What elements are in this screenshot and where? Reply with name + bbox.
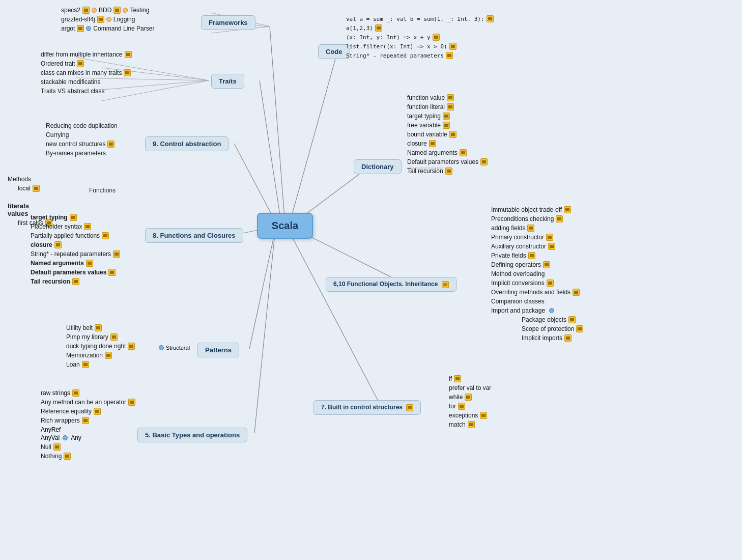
basic-item-3[interactable]: Reference equality — [41, 408, 135, 415]
note-icon — [102, 232, 109, 239]
dict-item-5[interactable]: bound variable — [407, 131, 488, 138]
ctrl-item-4[interactable]: By-names parameters — [46, 150, 118, 157]
dict-item-3[interactable]: target typing — [407, 113, 488, 120]
center-node: Scala — [257, 213, 313, 239]
ctrl7-item-for[interactable]: for — [449, 403, 491, 410]
func-item-4[interactable]: Primary constructor — [491, 234, 583, 241]
section-functions[interactable]: 8. Functions and Closures — [145, 228, 243, 243]
fn-string-rep[interactable]: String* - repeated parameters — [31, 250, 120, 258]
note-icon — [445, 167, 452, 175]
note-icon — [107, 141, 115, 148]
func-item-11[interactable]: Companion classes — [491, 298, 583, 305]
fn-closure[interactable]: closure — [31, 241, 120, 248]
ctrl7-item-match[interactable]: match — [449, 421, 491, 428]
dict-item-8[interactable]: Default parameters values — [407, 158, 488, 165]
func-item-5[interactable]: Auxiliary constructor — [491, 243, 583, 250]
note-icon — [449, 43, 456, 50]
note-icon-2 — [113, 7, 121, 14]
basic-any: Any — [71, 434, 81, 441]
func-item-3[interactable]: adding fields — [491, 225, 583, 232]
dict-item-2[interactable]: function literal — [407, 103, 488, 110]
func-item-7[interactable]: Defining operators — [491, 261, 583, 268]
note-icon — [82, 7, 90, 14]
ctrl-item-1[interactable]: Reducing code duplication — [46, 122, 118, 129]
fw-item-argot[interactable]: argot Command Line Parser — [61, 25, 154, 32]
func-pkg-objects[interactable]: Package objects — [522, 316, 583, 323]
fn-default-params[interactable]: Default parameters values — [31, 269, 120, 276]
basic-item-2[interactable]: Any method can be an operator — [41, 399, 135, 406]
code-item-2[interactable]: a(1,2,3) — [346, 24, 494, 32]
section-traits[interactable]: Traits — [211, 74, 244, 89]
ctrl7-item-if[interactable]: if — [449, 375, 491, 382]
fn-methods[interactable]: Methods — [8, 176, 52, 183]
pat-item-1[interactable]: Utility belt — [66, 324, 135, 331]
func-item-9[interactable]: Implicit conversions — [491, 279, 583, 287]
func-item-10[interactable]: Overrifing methods and fields — [491, 289, 583, 296]
note-icon-4 — [77, 25, 84, 32]
section-patterns[interactable]: Patterns — [197, 343, 239, 357]
code-item-3[interactable]: (x: Int, y: Int) => x + y — [346, 34, 494, 41]
note-icon — [443, 122, 450, 129]
ctrl7-item-exceptions[interactable]: exceptions — [449, 412, 491, 419]
ctrl7-item-while[interactable]: while — [449, 394, 491, 401]
svg-line-6 — [290, 53, 337, 221]
trait-item-3[interactable]: class can mixes in many traits — [41, 69, 132, 76]
func-implicit-imports[interactable]: Implicit imports — [522, 334, 583, 342]
code-item-4[interactable]: list.filter((x: Int) => x > 0) — [346, 43, 494, 50]
func-item-8[interactable]: Method overloading — [491, 270, 583, 277]
code-item-5[interactable]: String* - repeated parameters — [346, 52, 494, 59]
func-item-6[interactable]: Private fields — [491, 252, 583, 259]
note-icon — [548, 243, 555, 250]
func-item-1[interactable]: Immutable object trade-off — [491, 206, 583, 213]
dict-item-4[interactable]: free variable — [407, 122, 488, 129]
fn-local[interactable]: local — [18, 185, 52, 192]
svg-line-4 — [249, 232, 275, 349]
circle-bdd — [92, 8, 97, 13]
fn-placeholder[interactable]: Placeholder syntax — [31, 223, 120, 230]
func-item-import[interactable]: Import and package — [491, 307, 583, 314]
pat-item-5[interactable]: Loan — [66, 361, 135, 368]
note-icon — [72, 278, 79, 285]
func-scope[interactable]: Scope of protection — [522, 325, 583, 332]
section-basic[interactable]: 5. Basic Types and operations — [137, 428, 247, 442]
trait-item-4[interactable]: stackable modificatins — [41, 78, 132, 86]
pat-item-4[interactable]: Memorization — [66, 352, 135, 359]
section-control7[interactable]: 7. Built in control structures — [313, 400, 421, 415]
trait-item-2[interactable]: Ordered trait — [41, 60, 132, 67]
section-functional[interactable]: 6,10 Functional Objects. Inheritance — [326, 277, 456, 292]
dict-item-7[interactable]: Named arguments — [407, 149, 488, 156]
fn-target-typing[interactable]: target typing — [31, 214, 120, 221]
ctrl-item-2[interactable]: Currying — [46, 131, 118, 138]
section-code[interactable]: Code — [318, 44, 350, 59]
dict-item-6[interactable]: closure — [407, 140, 488, 147]
fw-item-grizzled[interactable]: grizzled-slf4j Logging — [61, 16, 154, 23]
section-frameworks[interactable]: Frameworks — [201, 15, 255, 30]
dict-item-9[interactable]: Tail recursion — [407, 167, 488, 175]
fn-named-args[interactable]: Named arguments — [31, 260, 120, 267]
basic-item-null[interactable]: Null — [41, 443, 135, 451]
pat-item-3[interactable]: duck typing done right — [66, 343, 135, 350]
section-dictionary[interactable]: Dictionary — [354, 159, 402, 174]
basic-anyref: AnyRef — [41, 426, 61, 433]
basic-item-nothing[interactable]: Nothing — [41, 453, 135, 460]
note-icon — [465, 394, 472, 401]
note-icon — [113, 250, 120, 258]
note-icon — [124, 69, 131, 76]
trait-item-5[interactable]: Traits VS abstract class — [41, 88, 132, 95]
ctrl-item-3[interactable]: new control structures — [46, 141, 118, 148]
fw-item-specs2[interactable]: specs2 BDD Testing — [61, 7, 154, 14]
func-item-2[interactable]: Preconditions checking — [491, 215, 583, 222]
section-control[interactable]: 9. Control abstraction — [145, 136, 229, 151]
ctrl7-item-prefer[interactable]: prefer val to var — [449, 384, 491, 391]
code-item-1[interactable]: val a = sum _; val b = sum(1, _: Int, 3)… — [346, 15, 494, 22]
basic-item-1[interactable]: raw strings — [41, 389, 135, 397]
note-icon — [375, 24, 382, 32]
fn-tail-recursion[interactable]: Tail recursion — [31, 278, 120, 285]
svg-line-0 — [270, 26, 285, 224]
pat-item-2[interactable]: Pimp my library — [66, 333, 135, 341]
trait-item-1[interactable]: differ from multiple inheritance — [41, 51, 132, 58]
basic-item-4[interactable]: Rich wrappers — [41, 417, 135, 424]
fn-partial[interactable]: Partially applied functions — [31, 232, 120, 239]
dict-item-1[interactable]: function value — [407, 94, 488, 101]
note-icon — [546, 234, 553, 241]
